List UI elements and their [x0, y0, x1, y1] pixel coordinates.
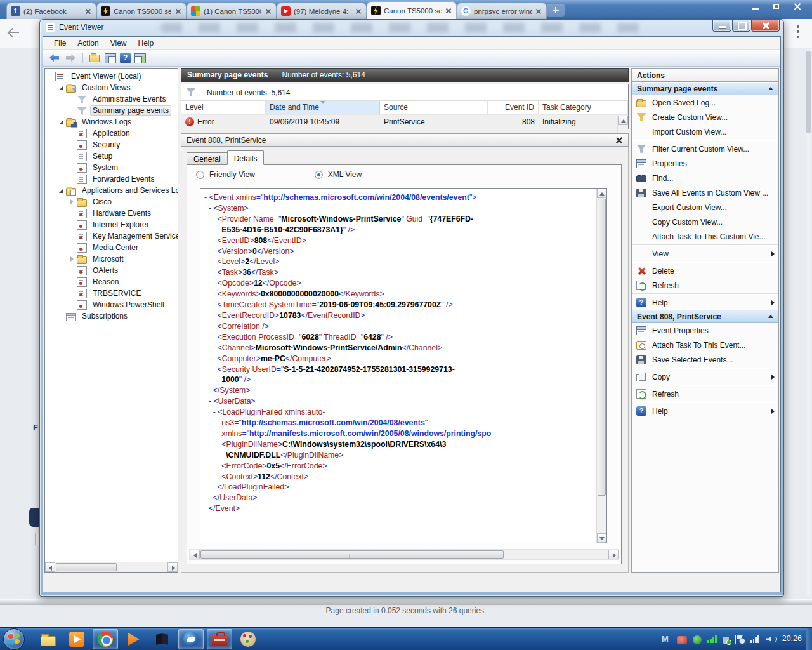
action-filter-current-custom-view[interactable]: Filter Current Custom View...: [632, 142, 778, 156]
tab-close-icon[interactable]: [445, 7, 452, 15]
browser-maximize-button[interactable]: [766, 0, 785, 13]
action-help[interactable]: Help: [632, 404, 778, 418]
radio-xml-view[interactable]: [315, 171, 323, 179]
tree-item-event-viewer-local[interactable]: Event Viewer (Local): [45, 70, 178, 82]
collapse-section-icon[interactable]: [768, 315, 773, 318]
page-scrollbar[interactable]: [806, 50, 811, 595]
details-scrollbar-thumb[interactable]: [200, 550, 504, 559]
table-row[interactable]: Error09/06/2019 10:45:09PrintService808I…: [181, 115, 628, 129]
window-restore-button[interactable]: [732, 20, 750, 32]
browser-minimize-button[interactable]: [746, 0, 765, 13]
collapse-arrow-icon[interactable]: [58, 187, 65, 194]
tree-item-oalerts[interactable]: OAlerts: [45, 265, 178, 276]
taskbar-play-icon[interactable]: [121, 629, 147, 649]
menu-item-action[interactable]: Action: [72, 37, 104, 49]
browser-menu-icon[interactable]: [797, 25, 799, 41]
action-save-all-events-in-custom-view[interactable]: Save All Events in Custom View ...: [632, 185, 778, 200]
collapse-arrow-icon[interactable]: [58, 119, 65, 125]
menu-item-view[interactable]: View: [105, 37, 133, 49]
tray-flag-icon[interactable]: [735, 635, 745, 644]
tree-item-subscriptions[interactable]: Subscriptions: [45, 310, 178, 322]
scroll-down-button[interactable]: [597, 533, 606, 543]
new-tab-button[interactable]: [547, 4, 565, 17]
action-export-custom-view[interactable]: Export Custom View...: [632, 200, 778, 215]
scroll-left-button[interactable]: [45, 562, 55, 572]
tree-item-applications-and-services-logs[interactable]: Applications and Services Logs: [45, 185, 178, 196]
action-view[interactable]: View: [632, 246, 778, 261]
tree-item-forwarded-events[interactable]: Forwarded Events: [45, 173, 178, 185]
scroll-left-button[interactable]: [190, 550, 200, 559]
tab-close-icon[interactable]: [174, 8, 182, 15]
column-header-source[interactable]: Source: [380, 101, 488, 114]
tab-close-icon[interactable]: [265, 8, 272, 15]
expand-arrow-icon[interactable]: [69, 199, 75, 205]
action-open-saved-log[interactable]: Open Saved Log...: [632, 95, 778, 110]
collapse-arrow-icon[interactable]: [58, 84, 65, 91]
scroll-right-button[interactable]: [167, 562, 178, 572]
tree-scrollbar-thumb[interactable]: [56, 563, 117, 571]
tree-item-administrative-events[interactable]: Administrative Events: [45, 93, 178, 105]
scroll-up-button[interactable]: [618, 116, 628, 125]
tree-item-windows-logs[interactable]: Windows Logs: [45, 116, 178, 128]
xml-scrollbar-thumb[interactable]: [598, 199, 606, 496]
actions-section-summary-page-events[interactable]: Summary page events: [632, 82, 778, 95]
taskbar-book-icon[interactable]: [150, 629, 175, 649]
tab-general[interactable]: General: [187, 152, 228, 165]
column-header-level[interactable]: Level: [181, 101, 266, 114]
tree-item-application[interactable]: Application: [45, 128, 178, 139]
menu-item-file[interactable]: File: [48, 37, 72, 49]
browser-tab-canon-ts5000-series[interactable]: Canon TS5000 series: [367, 1, 457, 19]
actions-section-event-808-printservice[interactable]: Event 808, PrintService: [632, 310, 778, 323]
taskbar-toolbox-icon[interactable]: [207, 629, 232, 649]
xml-vertical-scrollbar[interactable]: [596, 189, 606, 543]
window-minimize-button[interactable]: [712, 20, 731, 32]
event-detail-close-icon[interactable]: [615, 136, 623, 144]
console-tree-toolbar-icon[interactable]: [105, 53, 116, 63]
tree-item-media-center[interactable]: Media Center: [45, 242, 178, 253]
forward-toolbar-icon[interactable]: [65, 51, 77, 64]
action-refresh[interactable]: Refresh: [632, 387, 778, 401]
scroll-right-button[interactable]: [608, 550, 619, 559]
tray-vol-icon[interactable]: [766, 634, 776, 644]
action-event-properties[interactable]: Event Properties: [632, 323, 778, 338]
browser-tab-canon-ts5000-series[interactable]: Canon TS5000 series: [96, 3, 187, 19]
tab-close-icon[interactable]: [535, 8, 542, 15]
tree-item-summary-page-events[interactable]: Summary page events: [45, 105, 178, 116]
scroll-up-button[interactable]: [597, 189, 606, 198]
action-create-custom-view[interactable]: Create Custom View...: [632, 110, 778, 124]
column-header-task-category[interactable]: Task Category: [539, 101, 628, 114]
tree-item-setup[interactable]: Setup: [45, 150, 178, 162]
tree-item-internet-explorer[interactable]: Internet Explorer: [45, 219, 178, 230]
browser-tab-2-facebook[interactable]: (2) Facebook: [6, 3, 96, 19]
page-scrollbar-thumb[interactable]: [806, 51, 811, 133]
tray-idm-icon[interactable]: [693, 635, 702, 644]
window-close-button[interactable]: [751, 20, 780, 32]
browser-tab-pnrpsvc-error-window[interactable]: pnrpsvc error window: [457, 3, 547, 19]
tree-item-key-management-service[interactable]: Key Management Service: [45, 230, 178, 242]
radio-friendly-view[interactable]: [196, 171, 204, 179]
taskbar-wmp-icon[interactable]: [64, 629, 89, 649]
taskbar-chrome-icon[interactable]: [93, 629, 118, 649]
taskbar-blueapp-icon[interactable]: [178, 629, 204, 649]
action-copy-custom-view[interactable]: Copy Custom View...: [632, 215, 778, 229]
column-header-event-id[interactable]: Event ID: [488, 101, 539, 114]
action-attach-task-to-this-event[interactable]: Attach Task To This Event...: [632, 338, 778, 352]
browser-tab-97-melodyne-4-clea[interactable]: (97) Melodyne 4: Clea: [277, 3, 367, 19]
tree-item-trbservice[interactable]: TRBSERVICE: [45, 288, 178, 299]
tree-item-hardware-events[interactable]: Hardware Events: [45, 208, 178, 219]
action-pane-toolbar-icon[interactable]: [134, 53, 146, 63]
tree-item-custom-views[interactable]: Custom Views: [45, 82, 178, 93]
tree-horizontal-scrollbar[interactable]: [45, 562, 178, 572]
window-titlebar[interactable]: Event Viewer: [40, 20, 783, 36]
tray-mb-icon[interactable]: [661, 634, 671, 644]
tab-close-icon[interactable]: [84, 8, 92, 15]
action-delete[interactable]: Delete: [632, 263, 778, 278]
start-button[interactable]: [3, 628, 25, 650]
browser-tab-1-canon-ts5000-ser[interactable]: (1) Canon TS5000 ser: [187, 3, 277, 19]
action-help[interactable]: Help: [632, 295, 778, 310]
browser-back-icon[interactable]: [8, 25, 22, 39]
taskbar-explorer-icon[interactable]: [36, 629, 61, 649]
collapse-section-icon[interactable]: [768, 87, 773, 90]
action-attach-task-to-this-custom-vie[interactable]: Attach Task To This Custom Vie...: [632, 229, 778, 244]
tray-red-icon[interactable]: [677, 636, 687, 644]
